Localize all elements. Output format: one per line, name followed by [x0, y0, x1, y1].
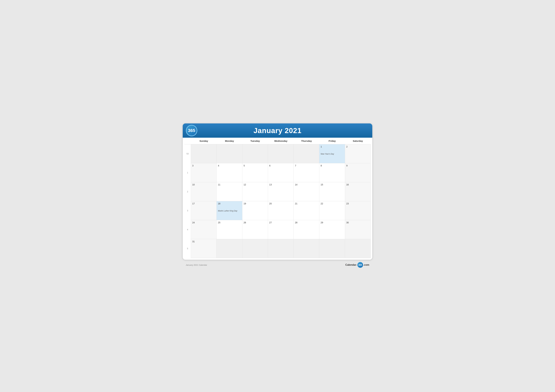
footer-brand-suffix: .com [363, 264, 369, 266]
cal-day-11[interactable]: 11 [217, 182, 242, 201]
cal-day-4[interactable]: 4 [217, 163, 242, 182]
day-number: 17 [192, 202, 195, 205]
cal-day-empty[interactable] [242, 239, 268, 258]
page-wrapper: 365 January 2021 Sunday Monday Tuesday W… [183, 123, 372, 269]
day-number: 14 [295, 183, 297, 186]
cal-day-30[interactable]: 30 [345, 220, 371, 239]
cal-day-28[interactable]: 28 [294, 220, 319, 239]
day-header-thursday: Thursday [294, 138, 319, 144]
day-number: 24 [192, 221, 195, 224]
day-number: 29 [321, 221, 323, 224]
cal-day-20[interactable]: 20 [268, 201, 294, 220]
footer-right: Calendar- 365 .com [345, 262, 369, 268]
day-number: 7 [295, 164, 296, 167]
week-number-3: 3 [184, 201, 191, 220]
logo-badge: 365 [186, 125, 197, 136]
calendar-body: Sunday Monday Tuesday Wednesday Thursday… [183, 138, 372, 260]
cal-day-10[interactable]: 10 [191, 182, 217, 201]
calendar-container: 365 January 2021 Sunday Monday Tuesday W… [183, 123, 372, 260]
cal-day-22[interactable]: 22 [319, 201, 345, 220]
cal-day-empty[interactable] [268, 239, 294, 258]
week-number-1: 1 [184, 163, 191, 182]
day-number: 13 [269, 183, 272, 186]
footer-left-text: January 2021 Calendar [186, 264, 207, 266]
cal-day-empty[interactable] [268, 144, 294, 163]
cal-day-empty[interactable] [319, 239, 345, 258]
day-number: 23 [346, 202, 349, 205]
cal-day-5[interactable]: 5 [242, 163, 268, 182]
day-header-sunday: Sunday [191, 138, 217, 144]
cal-day-8[interactable]: 8 [319, 163, 345, 182]
cal-day-13[interactable]: 13 [268, 182, 294, 201]
holiday-label: New Year's Day [321, 153, 343, 155]
cal-day-17[interactable]: 17 [191, 201, 217, 220]
day-number: 5 [244, 164, 245, 167]
week-number-53: 53 [184, 144, 191, 163]
cal-day-27[interactable]: 27 [268, 220, 294, 239]
cal-day-14[interactable]: 14 [294, 182, 319, 201]
cal-day-18[interactable]: 18Martin Luther King Day [217, 201, 242, 220]
day-number: 9 [346, 164, 348, 167]
cal-day-empty[interactable] [294, 239, 319, 258]
day-number: 1 [321, 145, 322, 148]
day-header-tuesday: Tuesday [242, 138, 268, 144]
day-number: 18 [218, 202, 220, 205]
cal-day-7[interactable]: 7 [294, 163, 319, 182]
cal-day-21[interactable]: 21 [294, 201, 319, 220]
cal-day-empty[interactable] [217, 239, 242, 258]
cal-day-empty[interactable] [294, 144, 319, 163]
cal-day-25[interactable]: 25 [217, 220, 242, 239]
day-number: 16 [346, 183, 349, 186]
day-number: 10 [192, 183, 195, 186]
week-number-5: 5 [184, 239, 191, 258]
day-number: 4 [218, 164, 219, 167]
calendar-header: 365 January 2021 [183, 123, 372, 138]
cal-day-9[interactable]: 9 [345, 163, 371, 182]
cal-day-2[interactable]: 2 [345, 144, 371, 163]
week-number-2: 2 [184, 182, 191, 201]
cal-day-26[interactable]: 26 [242, 220, 268, 239]
cal-day-empty[interactable] [242, 144, 268, 163]
day-header-monday: Monday [217, 138, 242, 144]
cal-day-19[interactable]: 19 [242, 201, 268, 220]
day-number: 26 [244, 221, 246, 224]
cal-day-12[interactable]: 12 [242, 182, 268, 201]
day-header-friday: Friday [319, 138, 345, 144]
day-number: 12 [244, 183, 246, 186]
day-number: 31 [192, 240, 195, 243]
day-number: 20 [269, 202, 272, 205]
day-header-saturday: Saturday [345, 138, 371, 144]
footer: January 2021 Calendar Calendar- 365 .com [183, 260, 372, 269]
week-num-header [184, 138, 191, 144]
cal-day-empty[interactable] [191, 144, 217, 163]
day-number: 11 [218, 183, 220, 186]
day-headers-row: Sunday Monday Tuesday Wednesday Thursday… [184, 138, 371, 144]
cal-day-31[interactable]: 31 [191, 239, 217, 258]
cal-day-3[interactable]: 3 [191, 163, 217, 182]
calendar-grid: 531New Year's Day21345678921011121314151… [184, 144, 371, 258]
day-number: 28 [295, 221, 297, 224]
day-number: 21 [295, 202, 297, 205]
day-number: 2 [346, 145, 348, 148]
day-number: 6 [269, 164, 270, 167]
cal-day-16[interactable]: 16 [345, 182, 371, 201]
cal-day-24[interactable]: 24 [191, 220, 217, 239]
day-number: 27 [269, 221, 272, 224]
cal-day-empty[interactable] [345, 239, 371, 258]
week-number-4: 4 [184, 220, 191, 239]
day-number: 22 [321, 202, 323, 205]
cal-day-1[interactable]: 1New Year's Day [319, 144, 345, 163]
day-number: 15 [321, 183, 323, 186]
calendar-title: January 2021 [188, 126, 367, 135]
day-number: 3 [192, 164, 193, 167]
day-number: 30 [346, 221, 349, 224]
cal-day-empty[interactable] [217, 144, 242, 163]
cal-day-15[interactable]: 15 [319, 182, 345, 201]
cal-day-29[interactable]: 29 [319, 220, 345, 239]
day-number: 8 [321, 164, 322, 167]
day-number: 25 [218, 221, 220, 224]
cal-day-23[interactable]: 23 [345, 201, 371, 220]
cal-day-6[interactable]: 6 [268, 163, 294, 182]
footer-brand-prefix: Calendar- [345, 264, 357, 266]
holiday-label: Martin Luther King Day [218, 210, 241, 212]
